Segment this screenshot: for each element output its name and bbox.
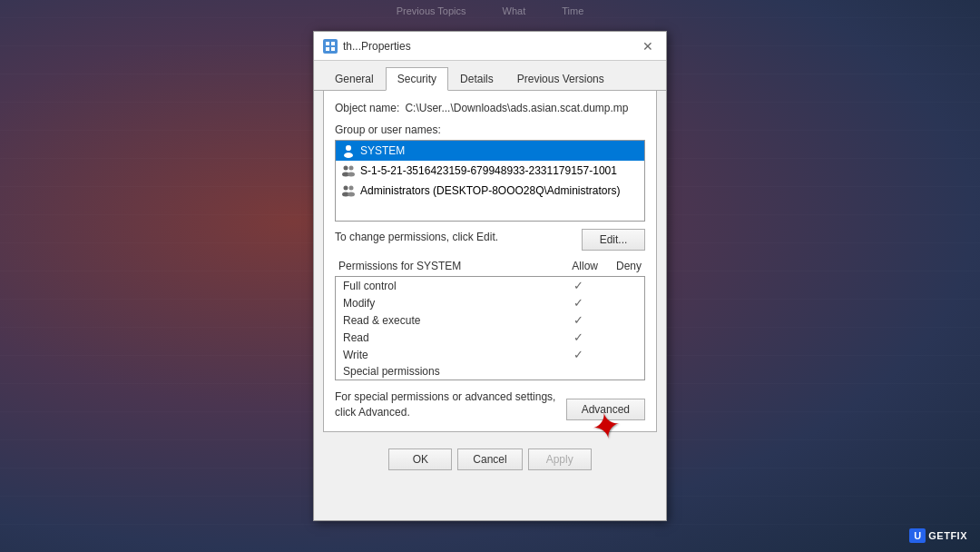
group-label: Group or user names: (335, 123, 645, 136)
user-name-sid: S-1-5-21-3516423159-679948933-2331179157… (360, 164, 617, 177)
svg-rect-3 (331, 47, 335, 51)
user-icon-sid (341, 163, 356, 178)
svg-point-6 (346, 145, 351, 151)
user-item-admins[interactable]: Administrators (DESKTOP-8OOO28Q\Administ… (336, 181, 644, 201)
svg-point-10 (348, 172, 355, 177)
cancel-button[interactable]: Cancel (457, 448, 522, 470)
perm-allow-read-execute: ✓ (555, 313, 601, 327)
user-item-sid[interactable]: S-1-5-21-3516423159-679948933-2331179157… (336, 161, 644, 181)
svg-point-7 (344, 166, 348, 171)
perm-name-special: Special permissions (343, 365, 555, 378)
svg-point-14 (348, 192, 355, 197)
user-list: SYSTEM S-1-5-21-3516423159-679948933-233… (335, 140, 645, 222)
dialog-title: th...Properties (343, 40, 411, 53)
perm-name-read-execute: Read & execute (343, 314, 555, 327)
svg-rect-2 (326, 47, 329, 51)
perm-row-full-control: Full control ✓ (336, 277, 644, 294)
user-name-system: SYSTEM (360, 144, 405, 157)
perm-name-write: Write (343, 349, 555, 361)
permissions-cols: Allow Deny (572, 260, 642, 272)
watermark-u-badge: U (909, 528, 926, 543)
svg-point-11 (344, 186, 348, 191)
bg-text-1: Previous Topics (397, 5, 466, 16)
user-item-system[interactable]: SYSTEM (336, 141, 644, 161)
bg-text-2: What (503, 5, 526, 16)
allow-col-header: Allow (572, 260, 598, 272)
tab-general[interactable]: General (323, 67, 386, 91)
perm-allow-write: ✓ (555, 348, 601, 361)
perm-name-read: Read (343, 331, 555, 344)
perm-row-read-execute: Read & execute ✓ (336, 311, 644, 329)
advanced-row: For special permissions or advanced sett… (335, 389, 645, 420)
tab-security[interactable]: Security (386, 67, 448, 91)
tab-details[interactable]: Details (448, 67, 505, 91)
bg-text-3: Time (562, 5, 583, 16)
perm-row-write: Write ✓ (336, 346, 644, 363)
svg-rect-0 (326, 42, 329, 45)
close-button[interactable]: ✕ (639, 37, 657, 55)
svg-point-9 (349, 166, 354, 171)
user-icon-admins (341, 183, 356, 198)
edit-button[interactable]: Edit... (582, 229, 645, 251)
window-icon (323, 39, 338, 54)
perm-row-modify: Modify ✓ (336, 294, 644, 311)
tab-previous-versions[interactable]: Previous Versions (505, 67, 616, 91)
properties-dialog: th...Properties ✕ General Security Detai… (313, 31, 667, 521)
perm-allow-read: ✓ (555, 330, 601, 344)
user-icon-system (341, 143, 356, 158)
perm-row-read: Read ✓ (336, 329, 644, 346)
title-bar-left: th...Properties (323, 39, 411, 54)
user-name-admins: Administrators (DESKTOP-8OOO28Q\Administ… (360, 184, 621, 197)
apply-button[interactable]: Apply (528, 448, 592, 470)
tab-bar: General Security Details Previous Versio… (314, 61, 666, 91)
deny-col-header: Deny (616, 260, 642, 272)
permissions-header: Permissions for SYSTEM Allow Deny (335, 260, 645, 272)
object-name-row: Object name: C:\User...\Downloads\ads.as… (335, 102, 645, 114)
special-note: For special permissions or advanced sett… (335, 389, 557, 420)
security-tab-content: Object name: C:\User...\Downloads\ads.as… (323, 91, 657, 432)
watermark: U GETFIX (909, 528, 967, 543)
perm-row-special: Special permissions (336, 363, 644, 380)
permissions-label: Permissions for SYSTEM (338, 260, 461, 272)
advanced-button[interactable]: Advanced (566, 399, 645, 420)
object-name-value: C:\User...\Downloads\ads.asian.scat.dump… (405, 102, 645, 114)
perm-name-full: Full control (343, 280, 555, 292)
perm-allow-full: ✓ (555, 279, 601, 292)
svg-point-5 (344, 153, 353, 158)
permissions-table: Full control ✓ Modify ✓ Read & execute ✓ (335, 276, 645, 380)
ok-button[interactable]: OK (388, 448, 452, 470)
permissions-section: Permissions for SYSTEM Allow Deny Full c… (335, 260, 645, 380)
perm-name-modify: Modify (343, 297, 555, 310)
object-name-label: Object name: (335, 102, 399, 114)
title-bar: th...Properties ✕ (314, 32, 666, 61)
background-text: Previous Topics What Time (0, 5, 980, 16)
watermark-text: GETFIX (928, 530, 967, 541)
bottom-buttons: OK Cancel Apply (314, 441, 666, 479)
perm-allow-modify: ✓ (555, 296, 601, 310)
svg-point-13 (349, 186, 354, 191)
svg-rect-1 (331, 42, 335, 45)
change-permissions-text: To change permissions, click Edit. (335, 231, 498, 243)
